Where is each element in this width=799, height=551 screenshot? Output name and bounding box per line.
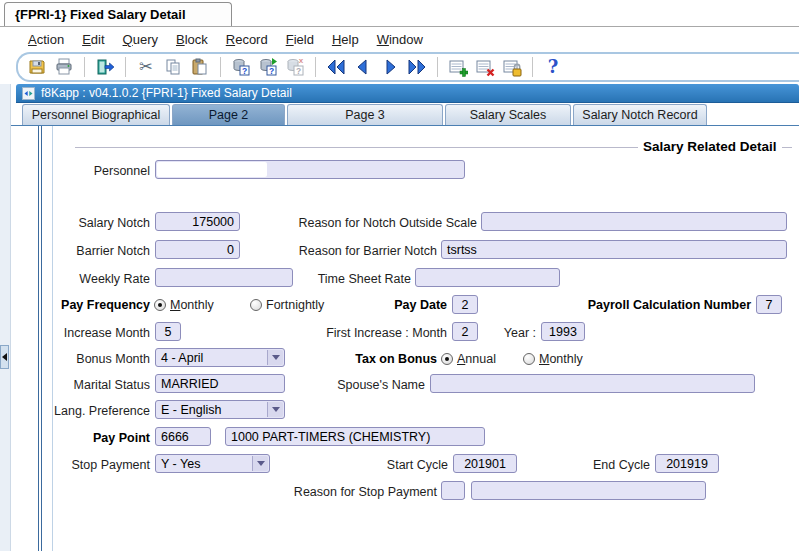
payroll-calc-number-field[interactable]: 7 — [756, 295, 782, 314]
barrier-notch-field[interactable]: 0 — [155, 240, 240, 259]
increase-month-label: Increase Month — [20, 325, 150, 341]
menu-window[interactable]: Window — [377, 32, 423, 47]
menu-action[interactable]: Action — [28, 32, 64, 47]
bonus-month-dropdown[interactable]: 4 - April — [155, 348, 285, 367]
start-cycle-label: Start Cycle — [350, 457, 448, 473]
toolbar-separator — [437, 57, 438, 77]
previous-record-icon[interactable] — [352, 56, 374, 78]
print-icon[interactable] — [53, 56, 75, 78]
spouse-name-label: Spouse's Name — [290, 377, 425, 393]
time-sheet-rate-label: Time Sheet Rate — [260, 271, 411, 287]
menu-help[interactable]: Help — [332, 32, 359, 47]
end-cycle-label: End Cycle — [540, 457, 650, 473]
salary-notch-label: Salary Notch — [20, 215, 150, 231]
radio-selected-icon — [441, 353, 453, 365]
toolbar-separator — [532, 57, 533, 77]
tab-salary-scales[interactable]: Salary Scales — [445, 104, 571, 125]
window-tab-separator — [0, 26, 799, 27]
mdi-left-margin — [0, 84, 11, 551]
copy-icon[interactable] — [162, 56, 184, 78]
first-increase-year-field[interactable]: 1993 — [541, 322, 585, 341]
paste-icon[interactable] — [189, 56, 211, 78]
tab-page-3[interactable]: Page 3 — [287, 104, 443, 125]
window-tab[interactable]: {FPRI-1} Fixed Salary Detail — [4, 2, 232, 26]
tax-on-bonus-label: Tax on Bonus — [300, 351, 437, 367]
payroll-calc-number-label: Payroll Calculation Number — [520, 297, 751, 313]
menu-query[interactable]: Query — [123, 32, 158, 47]
next-record-icon[interactable] — [379, 56, 401, 78]
exit-icon[interactable] — [94, 56, 116, 78]
stop-payment-label: Stop Payment — [20, 457, 150, 473]
dropdown-arrow-icon[interactable] — [267, 402, 283, 417]
window-document-icon — [22, 87, 35, 100]
reason-stop-payment-field[interactable] — [471, 481, 706, 500]
time-sheet-rate-field[interactable] — [415, 268, 560, 287]
redacted-value — [157, 162, 267, 177]
personnel-field[interactable] — [155, 160, 465, 179]
enter-query-icon[interactable]: ? — [230, 56, 252, 78]
svg-text:?: ? — [296, 66, 301, 76]
tab-salary-notch-record[interactable]: Salary Notch Record — [573, 104, 707, 125]
radio-icon — [250, 299, 262, 311]
pay-date-label: Pay Date — [330, 297, 447, 313]
menu-bar: Action Edit Query Block Record Field Hel… — [28, 32, 423, 47]
reason-barrier-notch-field[interactable]: tsrtss — [441, 240, 787, 259]
cancel-query-icon[interactable]: x? — [284, 56, 306, 78]
start-cycle-field[interactable]: 201901 — [453, 454, 517, 473]
reason-stop-payment-label: Reason for Stop Payment — [250, 484, 437, 500]
delete-record-icon[interactable] — [474, 56, 496, 78]
personnel-label: Personnel — [40, 163, 150, 179]
tab-page-2[interactable]: Page 2 — [172, 104, 285, 125]
pay-frequency-label: Pay Frequency — [0, 297, 150, 313]
pay-point-description-field[interactable]: 1000 PART-TIMERS (CHEMISTRY) — [225, 427, 485, 446]
help-icon[interactable]: ? — [542, 56, 564, 78]
pay-date-field[interactable]: 2 — [452, 295, 478, 314]
left-arrow-icon — [2, 353, 7, 361]
execute-query-icon[interactable]: ? — [257, 56, 279, 78]
save-icon[interactable] — [26, 56, 48, 78]
pay-frequency-fortnightly-radio[interactable]: Fortnightly — [250, 297, 324, 313]
increase-month-field[interactable]: 5 — [155, 322, 181, 341]
lang-preference-label: Lang. Preference — [20, 403, 150, 419]
stop-payment-dropdown[interactable]: Y - Yes — [155, 454, 270, 473]
first-increase-month-label: First Increase : Month — [260, 325, 447, 341]
radio-icon — [523, 353, 535, 365]
scroll-left-button[interactable] — [0, 345, 9, 369]
salary-notch-field[interactable]: 175000 — [155, 212, 240, 231]
end-cycle-field[interactable]: 201919 — [655, 454, 719, 473]
lang-preference-dropdown[interactable]: E - English — [155, 400, 285, 419]
pay-point-code-field[interactable]: 6666 — [155, 427, 211, 446]
lock-record-icon[interactable] — [501, 56, 523, 78]
pay-frequency-monthly-radio[interactable]: Monthly — [154, 297, 214, 313]
tabstrip-baseline — [0, 125, 799, 126]
menu-block[interactable]: Block — [176, 32, 208, 47]
menu-record[interactable]: Record — [226, 32, 268, 47]
barrier-notch-label: Barrier Notch — [20, 243, 150, 259]
menu-field[interactable]: Field — [286, 32, 314, 47]
svg-text:?: ? — [269, 66, 274, 76]
groupbox-title: Salary Related Detail — [638, 139, 782, 154]
tax-on-bonus-monthly-radio[interactable]: Monthly — [523, 351, 583, 367]
toolbar-separator — [315, 57, 316, 77]
tab-personnel-biographical[interactable]: Personnel Biographical — [22, 104, 170, 125]
dropdown-arrow-icon[interactable] — [267, 350, 283, 365]
menu-edit[interactable]: Edit — [82, 32, 104, 47]
first-increase-month-field[interactable]: 2 — [452, 322, 478, 341]
cut-icon[interactable]: ✂ — [135, 56, 157, 78]
dropdown-arrow-icon[interactable] — [252, 456, 268, 471]
radio-selected-icon — [154, 299, 166, 311]
toolbar-separator — [84, 57, 85, 77]
first-record-icon[interactable] — [325, 56, 347, 78]
tab-strip: Personnel Biographical Page 2 Page 3 Sal… — [0, 104, 799, 126]
reason-notch-outside-field[interactable] — [481, 212, 787, 231]
insert-record-icon[interactable] — [447, 56, 469, 78]
mdi-titlebar[interactable]: f8Kapp : v04.1.0.2 {FPRI-1} Fixed Salary… — [16, 84, 799, 103]
last-record-icon[interactable] — [406, 56, 428, 78]
svg-text:?: ? — [242, 66, 247, 76]
tax-on-bonus-annual-radio[interactable]: Annual — [441, 351, 496, 367]
marital-status-field[interactable]: MARRIED — [155, 374, 285, 393]
spouse-name-field[interactable] — [430, 374, 755, 393]
reason-notch-outside-label: Reason for Notch Outside Scale — [240, 215, 477, 231]
toolbar: ✂ ? ? x? — [16, 52, 799, 82]
reason-stop-payment-code-field[interactable] — [441, 481, 465, 500]
